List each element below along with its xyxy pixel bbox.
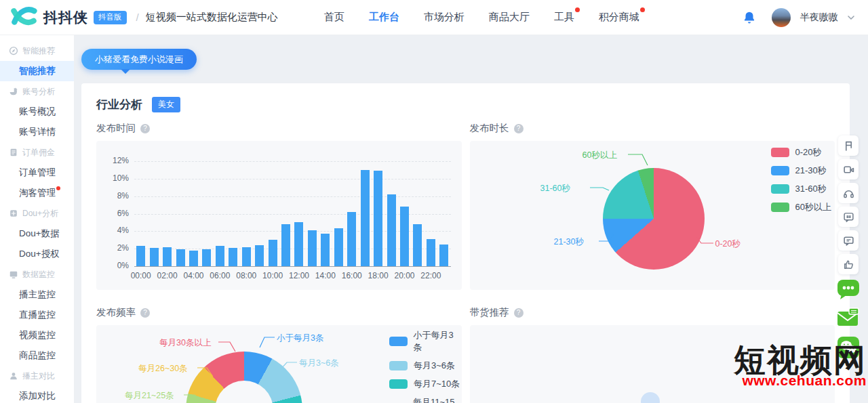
legend-item[interactable]: 0-20秒	[771, 146, 831, 158]
username[interactable]: 半夜嗷嗷	[800, 12, 838, 24]
nav-item-4[interactable]: 工具	[554, 11, 574, 24]
mail-icon[interactable]	[837, 307, 860, 330]
bar-slot	[253, 161, 266, 266]
donut-label: 每月26~30条	[138, 363, 188, 375]
sidebar-item[interactable]: 淘客管理	[0, 183, 74, 203]
sidebar-item[interactable]: 订单管理	[0, 163, 74, 183]
x-axis-label: 02:00	[157, 271, 178, 280]
x-axis-label: 18:00	[368, 271, 389, 280]
y-axis-label: 2%	[103, 243, 129, 253]
bar	[400, 207, 409, 266]
bar	[439, 245, 448, 266]
y-axis-label: 8%	[103, 191, 129, 200]
help-icon[interactable]: ?	[140, 308, 150, 318]
legend-label: 小于每月3条	[414, 329, 462, 354]
sidebar-item[interactable]: 账号详情	[0, 122, 74, 142]
donut-label: 小于每月3条	[277, 333, 323, 344]
comment-icon[interactable]	[838, 230, 859, 251]
legend-label: 60秒以上	[795, 201, 831, 213]
thumbs-up-icon[interactable]	[838, 254, 859, 274]
legend-item[interactable]: 31-60秒	[771, 183, 831, 195]
topic-chat-icon[interactable]	[838, 207, 859, 227]
x-axis-label: 08:00	[236, 271, 256, 280]
bar-slot	[187, 161, 200, 266]
y-axis-label: 12%	[103, 156, 129, 165]
bar	[136, 246, 145, 266]
chart-title-publish-duration: 发布时长 ?	[470, 122, 835, 135]
legend-swatch	[389, 361, 408, 370]
bell-icon[interactable]	[742, 10, 757, 25]
camera-icon[interactable]	[838, 159, 859, 179]
nav-item-2[interactable]: 市场分析	[424, 11, 465, 24]
legend-item[interactable]: 每月11~15条	[389, 396, 462, 403]
promo-bubble-button[interactable]: 小猪爱看免费小说漫画	[81, 49, 197, 70]
sidebar: 智能推荐智能推荐账号分析账号概况账号详情订单佣金订单管理淘客管理Dou+分析Do…	[0, 35, 75, 403]
card-title: 行业分析	[96, 97, 142, 112]
chat-ellipsis-icon[interactable]	[837, 278, 860, 301]
donut-chart	[186, 352, 302, 403]
legend-item[interactable]: 每月3~6条	[389, 360, 462, 372]
nav-item-5[interactable]: 积分商城	[599, 11, 639, 24]
avatar[interactable]	[772, 8, 791, 27]
bar-slot	[319, 161, 332, 266]
bar-slot	[279, 161, 292, 266]
sidebar-item[interactable]: 添加对比	[0, 386, 74, 403]
bar-slot	[345, 161, 358, 266]
monitor-icon	[9, 270, 18, 279]
bar-slot	[358, 161, 371, 266]
sidebar-item[interactable]: 商品监控	[0, 345, 74, 366]
sidebar-item[interactable]: Dou+授权	[0, 244, 74, 264]
help-icon[interactable]: ?	[514, 124, 524, 133]
pie-label: 21-30秒	[554, 236, 584, 248]
legend-item[interactable]: 21-30秒	[771, 165, 831, 177]
category-badge[interactable]: 美女	[152, 97, 180, 112]
sidebar-section: 账号分析	[0, 81, 74, 102]
headset-icon[interactable]	[838, 183, 859, 203]
nav-item-1[interactable]: 工作台	[369, 11, 399, 24]
brand[interactable]: 抖抖侠 抖音版	[9, 5, 127, 29]
y-axis-label: 4%	[103, 226, 129, 235]
sidebar-item[interactable]: 直播监控	[0, 305, 74, 325]
sidebar-item[interactable]: 播主监控	[0, 284, 74, 305]
legend-item[interactable]: 每月7~10条	[389, 378, 462, 390]
bar-slot	[292, 161, 305, 266]
x-axis-label: 00:00	[131, 271, 151, 280]
bar-slot	[161, 161, 174, 266]
bar	[269, 240, 277, 266]
nav-item-3[interactable]: 商品大厅	[489, 11, 530, 24]
donut-label: 每月21~25条	[125, 390, 174, 402]
bar	[189, 251, 198, 266]
nav-item-0[interactable]: 首页	[324, 11, 344, 24]
order-doc-icon	[9, 148, 18, 157]
chevron-down-icon[interactable]	[848, 14, 854, 22]
help-icon[interactable]: ?	[140, 124, 150, 133]
y-axis-label: 10%	[103, 173, 129, 183]
x-axis-label: 06:00	[210, 271, 230, 280]
sidebar-item[interactable]: 账号概况	[0, 102, 74, 122]
legend-item[interactable]: 60秒以上	[771, 201, 831, 213]
flag-icon[interactable]	[838, 135, 859, 156]
watermark: 短视频网 www.cehuan.com	[734, 344, 867, 387]
help-icon[interactable]: ?	[514, 308, 524, 318]
notification-dot	[640, 7, 645, 12]
bar	[281, 224, 290, 266]
chart-title-publish-frequency: 发布频率 ?	[96, 306, 462, 319]
dou-plus-icon	[9, 209, 18, 218]
bar	[334, 228, 343, 266]
sidebar-item[interactable]: 视频监控	[0, 325, 74, 345]
bar-slot	[226, 161, 239, 266]
bar	[427, 239, 435, 266]
legend-item[interactable]: 小于每月3条	[389, 329, 462, 354]
sidebar-item[interactable]: 智能推荐	[0, 61, 74, 81]
floating-toolbar	[837, 135, 860, 365]
bar-slot	[240, 161, 253, 266]
donut-label: 每月3~6条	[299, 358, 339, 369]
bar-slot	[200, 161, 213, 266]
donut-hole	[215, 381, 273, 403]
bar-slot	[398, 161, 411, 266]
sidebar-item[interactable]: Dou+数据	[0, 224, 74, 244]
bar	[347, 212, 356, 266]
publish-frequency-block: 发布频率 ? 小于每月3条 每月3~6条 每月30条以上 每月26~	[96, 306, 462, 403]
sidebar-section: 数据监控	[0, 264, 74, 284]
bar	[308, 230, 317, 266]
